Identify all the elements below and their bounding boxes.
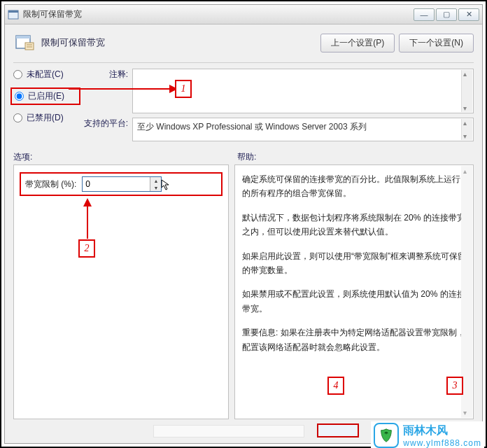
dialog-window: 限制可保留带宽 — ▢ ✕ 限制可保留带宽 上一个设置(P) 下一个设置(N)	[4, 4, 483, 444]
screenshot-frame: 限制可保留带宽 — ▢ ✕ 限制可保留带宽 上一个设置(P) 下一个设置(N)	[0, 0, 487, 448]
svg-rect-1	[8, 10, 18, 13]
help-p3: 如果启用此设置，则可以使用“带宽限制”框来调整系统可保留的带宽数量。	[242, 249, 466, 278]
annot-box-1: 已启用(E)	[10, 88, 80, 105]
radio-not-configured-label: 未配置(C)	[27, 69, 64, 80]
app-icon	[8, 9, 19, 20]
cursor-icon	[161, 179, 172, 190]
platforms-row: 支持的平台: 至少 Windows XP Professional 或 Wind…	[76, 118, 474, 141]
logo-badge-icon	[374, 423, 399, 448]
section-labels: 选项: 帮助:	[13, 151, 474, 163]
header-row: 限制可保留带宽 上一个设置(P) 下一个设置(N)	[13, 31, 474, 54]
radio-enabled-label: 已启用(E)	[28, 90, 64, 102]
titlebar: 限制可保留带宽 — ▢ ✕	[5, 5, 482, 24]
bandwidth-limit-spinner[interactable]: ▲ ▼	[82, 176, 162, 192]
svg-rect-3	[16, 36, 30, 38]
page-title: 限制可保留带宽	[41, 36, 320, 49]
annot-num-3: 3	[446, 377, 463, 395]
bottom-placeholder	[153, 425, 304, 438]
help-panel: 确定系统可保留的连接带宽的百分比。此值限制系统上运行的所有程序的组合带宽保留。 …	[234, 164, 474, 419]
window-title: 限制可保留带宽	[23, 8, 412, 20]
spinner-down[interactable]: ▼	[150, 184, 161, 191]
config-right: 注释: 支持的平台: 至少 Windows XP Professional 或 …	[76, 69, 474, 141]
next-setting-button[interactable]: 下一个设置(N)	[399, 34, 474, 52]
help-section-label: 帮助:	[237, 151, 256, 163]
radio-not-configured[interactable]: 未配置(C)	[13, 69, 76, 80]
annot-arrowhead-2	[83, 198, 92, 206]
annot-arrow-2	[87, 205, 88, 239]
spinner-up[interactable]: ▲	[150, 177, 161, 184]
annot-num-4: 4	[327, 377, 344, 395]
close-button[interactable]: ✕	[458, 8, 479, 21]
dialog-content: 限制可保留带宽 上一个设置(P) 下一个设置(N) 未配置(C)	[5, 24, 482, 443]
options-section-label: 选项:	[13, 151, 237, 163]
help-p4: 如果禁用或不配置此设置，则系统使用默认值为 20% 的连接带宽。	[242, 287, 466, 316]
options-panel: 带宽限制 (%): ▲ ▼	[13, 164, 229, 419]
logo-brand: 雨林木风	[403, 424, 448, 436]
platforms-value: 至少 Windows XP Professional 或 Windows Ser…	[137, 122, 367, 132]
ok-button-partial[interactable]	[317, 424, 359, 438]
config-radios: 未配置(C) 已启用(E) 已禁用(D)	[13, 69, 76, 141]
maximize-button[interactable]: ▢	[436, 8, 457, 21]
bandwidth-limit-label: 带宽限制 (%):	[25, 178, 76, 190]
annot-num-2: 2	[78, 239, 95, 258]
comment-scrollbar[interactable]	[461, 70, 472, 112]
comment-label: 注释:	[76, 69, 132, 80]
comment-row: 注释:	[76, 69, 474, 113]
divider	[13, 62, 474, 63]
radio-not-configured-input[interactable]	[13, 70, 22, 79]
nav-buttons: 上一个设置(P) 下一个设置(N)	[320, 34, 474, 52]
radio-enabled[interactable]: 已启用(E)	[12, 90, 64, 102]
panels: 带宽限制 (%): ▲ ▼ 确定系统可保留的	[13, 164, 474, 419]
radio-disabled-label: 已禁用(D)	[27, 112, 64, 124]
help-p1: 确定系统可保留的连接带宽的百分比。此值限制系统上运行的所有程序的组合带宽保留。	[242, 172, 466, 201]
logo-text-wrap: 雨林木风 www.ylmf888.com	[403, 424, 481, 448]
bandwidth-limit-input[interactable]	[83, 177, 150, 191]
annot-arrow-1	[69, 88, 171, 90]
minimize-button[interactable]: —	[414, 8, 435, 21]
platforms-label: 支持的平台:	[76, 118, 132, 130]
logo-url: www.ylmf888.com	[403, 438, 481, 448]
help-p2: 默认情况下，数据包计划程序将系统限制在 20% 的连接带宽之内，但可以使用此设置…	[242, 211, 466, 239]
watermark-logo: 雨林木风 www.ylmf888.com	[371, 421, 484, 448]
svg-rect-4	[25, 43, 34, 50]
policy-icon	[13, 31, 36, 54]
prev-setting-button[interactable]: 上一个设置(P)	[320, 34, 395, 52]
radio-disabled[interactable]: 已禁用(D)	[13, 112, 76, 124]
radio-enabled-input[interactable]	[15, 92, 24, 101]
annot-num-1: 1	[175, 80, 192, 98]
platforms-field: 至少 Windows XP Professional 或 Windows Ser…	[132, 118, 474, 141]
radio-disabled-input[interactable]	[13, 113, 22, 122]
platforms-scrollbar[interactable]	[461, 119, 472, 140]
help-p5: 重要信息: 如果在注册表中为特定网络适配器设置带宽限制，配置该网络适配器时就会忽…	[242, 326, 466, 354]
annot-box-2: 带宽限制 (%): ▲ ▼	[20, 172, 223, 196]
help-text: 确定系统可保留的连接带宽的百分比。此值限制系统上运行的所有程序的组合带宽保留。 …	[242, 172, 466, 354]
spinner-buttons: ▲ ▼	[150, 177, 161, 191]
config-area: 未配置(C) 已启用(E) 已禁用(D) 注释	[13, 69, 474, 141]
